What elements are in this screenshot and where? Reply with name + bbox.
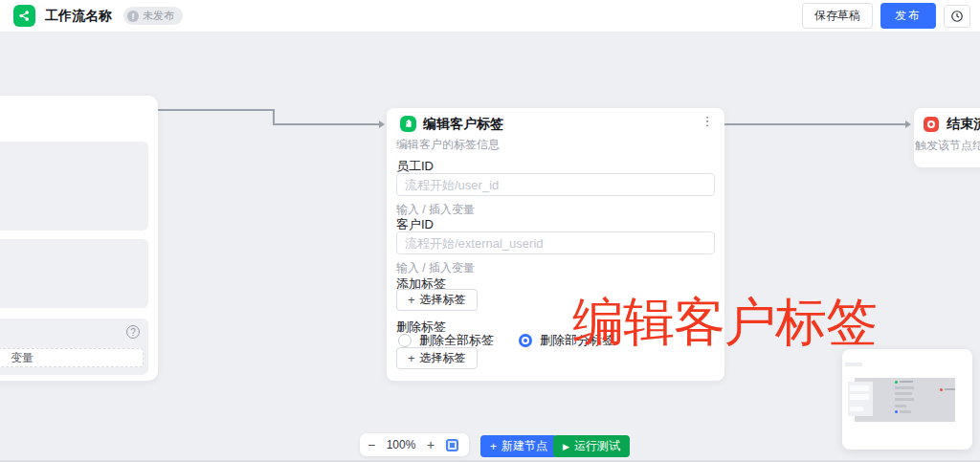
zoom-control: − 100% + xyxy=(360,433,469,456)
question-icon[interactable]: ? xyxy=(126,325,140,339)
minimap-node-thumb xyxy=(940,388,955,394)
start-node-panel: ? 变量 xyxy=(0,319,148,375)
status-badge-label: 未发布 xyxy=(143,9,174,23)
run-test-button[interactable]: ▶ 运行测试 xyxy=(553,435,630,457)
edge-segment xyxy=(158,109,274,111)
start-node-panel xyxy=(0,142,148,231)
remove-select-tag-button[interactable]: + 选择标签 xyxy=(396,347,478,369)
zoom-level: 100% xyxy=(383,438,419,451)
node-subtitle: 触发该节点结束 xyxy=(915,138,980,154)
customer-id-input[interactable] xyxy=(396,231,715,254)
edge-arrowhead-icon xyxy=(379,121,385,128)
workflow-title: 工作流名称 xyxy=(45,8,112,25)
edge-segment xyxy=(724,123,906,125)
radio-remove-all[interactable] xyxy=(398,334,412,347)
plus-icon: + xyxy=(408,293,415,307)
zoom-in-button[interactable]: + xyxy=(419,437,442,452)
plus-icon: + xyxy=(490,440,497,453)
end-node-card[interactable]: 结束流程 触发该节点结束 xyxy=(914,108,980,167)
zoom-out-button[interactable]: − xyxy=(360,437,383,452)
edge-segment xyxy=(273,123,380,125)
staff-id-input[interactable] xyxy=(396,173,715,196)
stop-icon xyxy=(924,117,939,132)
publish-button[interactable]: 发布 xyxy=(880,3,936,29)
minimap-node-thumb xyxy=(895,381,918,419)
play-icon: ▶ xyxy=(563,442,569,451)
exclamation-icon: ! xyxy=(127,11,139,22)
new-node-button[interactable]: + 新建节点 xyxy=(480,435,557,457)
node-title: 结束流程 xyxy=(947,116,980,133)
workflow-canvas[interactable]: 方式等 ? 变量 编辑客户标签 ⋮ 编辑客户的标签信息 员工ID 输入 / 插入… xyxy=(0,33,980,462)
history-button[interactable] xyxy=(944,5,970,28)
new-node-button-label: 新建节点 xyxy=(501,438,547,454)
edge-segment xyxy=(273,109,275,124)
minimap-node-thumb xyxy=(845,363,862,366)
edge-arrowhead-icon xyxy=(905,121,911,128)
start-node-panel xyxy=(0,239,148,308)
add-select-tag-button[interactable]: + 选择标签 xyxy=(396,289,478,311)
clock-icon xyxy=(950,10,964,23)
minimap-node-thumb xyxy=(848,382,873,416)
fit-view-icon[interactable] xyxy=(446,439,458,451)
node-title: 编辑客户标签 xyxy=(423,116,503,133)
select-tag-button-label: 选择标签 xyxy=(420,292,466,308)
node-subtitle: 编辑客户的标签信息 xyxy=(396,137,500,153)
top-bar-actions: 保存草稿 发布 xyxy=(802,3,970,29)
save-draft-button[interactable]: 保存草稿 xyxy=(802,3,873,29)
app-logo-icon xyxy=(13,5,35,27)
plus-icon: + xyxy=(408,351,415,365)
top-bar: 工作流名称 ! 未发布 保存草稿 发布 xyxy=(0,0,980,33)
start-node-card[interactable]: 方式等 ? 变量 xyxy=(0,96,158,381)
watermark-annotation: 编辑客户标签 xyxy=(572,288,877,358)
status-badge: ! 未发布 xyxy=(123,7,183,25)
run-test-button-label: 运行测试 xyxy=(574,438,620,454)
radio-remove-partial[interactable] xyxy=(519,334,532,347)
start-node-variable-input[interactable]: 变量 xyxy=(0,348,144,367)
tag-icon xyxy=(400,116,416,132)
minimap[interactable] xyxy=(842,349,972,450)
more-menu-icon[interactable]: ⋮ xyxy=(700,114,715,128)
select-tag-button-label: 选择标签 xyxy=(420,350,466,366)
customer-id-insert-variable-link[interactable]: 输入 / 插入变量 xyxy=(396,260,475,276)
